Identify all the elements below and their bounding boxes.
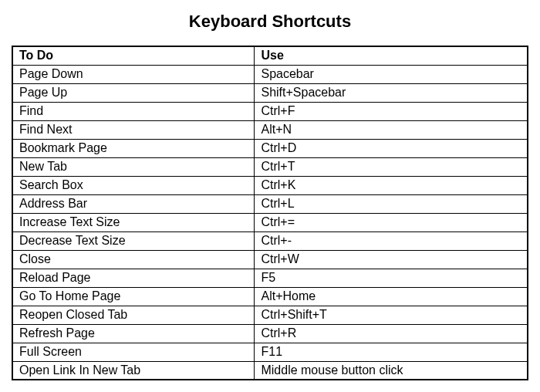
table-row: New TabCtrl+T — [12, 157, 528, 176]
table-row: CloseCtrl+W — [12, 250, 528, 269]
table-row: Open Link In New TabMiddle mouse button … — [12, 361, 528, 380]
cell-action: Find Next — [12, 120, 255, 139]
cell-action: Full Screen — [12, 343, 255, 361]
table-row: Bookmark PageCtrl+D — [12, 139, 528, 157]
table-header-row: To Do Use — [12, 46, 528, 65]
cell-shortcut: F11 — [255, 343, 528, 361]
table-row: Increase Text SizeCtrl+= — [12, 213, 528, 231]
cell-shortcut: Ctrl+K — [255, 176, 528, 194]
cell-action: New Tab — [12, 157, 255, 176]
cell-action: Page Down — [12, 65, 255, 83]
cell-action: Bookmark Page — [12, 139, 255, 157]
cell-shortcut: Ctrl+= — [255, 213, 528, 231]
cell-action: Reopen Closed Tab — [12, 306, 255, 324]
shortcuts-table: To Do Use Page DownSpacebarPage UpShift+… — [12, 46, 528, 380]
cell-shortcut: Shift+Spacebar — [255, 83, 528, 102]
cell-shortcut: Alt+Home — [255, 287, 528, 306]
cell-action: Search Box — [12, 176, 255, 194]
cell-action: Close — [12, 250, 255, 269]
cell-action: Page Up — [12, 83, 255, 102]
table-row: Reopen Closed TabCtrl+Shift+T — [12, 306, 528, 324]
table-row: Find NextAlt+N — [12, 120, 528, 139]
cell-shortcut: Spacebar — [255, 65, 528, 83]
cell-action: Address Bar — [12, 194, 255, 213]
cell-action: Reload Page — [12, 269, 255, 287]
table-row: Decrease Text SizeCtrl+- — [12, 231, 528, 250]
table-row: Address BarCtrl+L — [12, 194, 528, 213]
cell-shortcut: Ctrl+T — [255, 157, 528, 176]
cell-shortcut: Ctrl+L — [255, 194, 528, 213]
table-row: Page UpShift+Spacebar — [12, 83, 528, 102]
table-row: Reload PageF5 — [12, 269, 528, 287]
cell-shortcut: Ctrl+F — [255, 102, 528, 120]
cell-action: Refresh Page — [12, 324, 255, 343]
cell-action: Open Link In New Tab — [12, 361, 255, 380]
table-row: Refresh PageCtrl+R — [12, 324, 528, 343]
cell-action: Increase Text Size — [12, 213, 255, 231]
cell-shortcut: Ctrl+Shift+T — [255, 306, 528, 324]
cell-action: Go To Home Page — [12, 287, 255, 306]
cell-action: Decrease Text Size — [12, 231, 255, 250]
table-row: FindCtrl+F — [12, 102, 528, 120]
table-row: Full ScreenF11 — [12, 343, 528, 361]
table-row: Go To Home PageAlt+Home — [12, 287, 528, 306]
cell-shortcut: Ctrl+W — [255, 250, 528, 269]
cell-shortcut: Ctrl+R — [255, 324, 528, 343]
header-shortcut: Use — [255, 46, 528, 65]
table-row: Search BoxCtrl+K — [12, 176, 528, 194]
cell-shortcut: Ctrl+D — [255, 139, 528, 157]
cell-shortcut: F5 — [255, 269, 528, 287]
table-row: Page DownSpacebar — [12, 65, 528, 83]
cell-shortcut: Alt+N — [255, 120, 528, 139]
cell-shortcut: Middle mouse button click — [255, 361, 528, 380]
page-title: Keyboard Shortcuts — [12, 12, 528, 32]
cell-shortcut: Ctrl+- — [255, 231, 528, 250]
cell-action: Find — [12, 102, 255, 120]
header-action: To Do — [12, 46, 255, 65]
